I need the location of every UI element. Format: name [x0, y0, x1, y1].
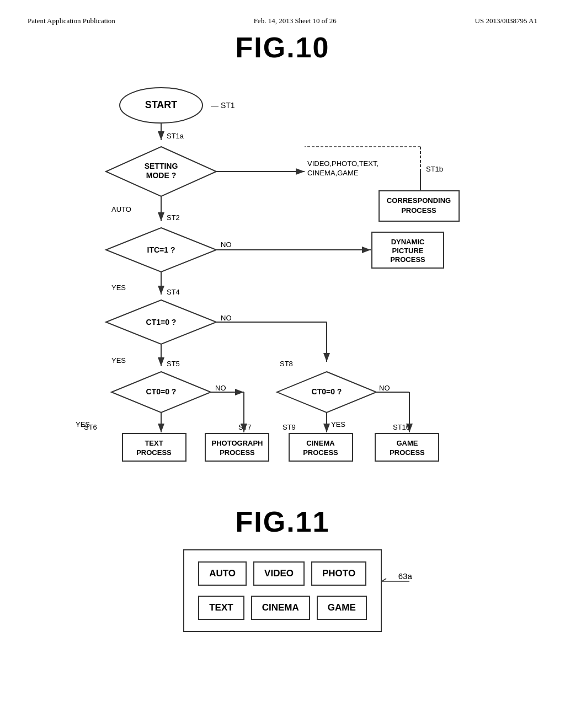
cinema-process-box	[289, 433, 353, 461]
svg-text:PROCESS: PROCESS	[136, 448, 172, 457]
st2-label: ST2	[167, 213, 180, 222]
yes-label2: YES	[111, 356, 126, 365]
header-left: Patent Application Publication	[28, 17, 115, 25]
fig11-title: FIG.11	[28, 505, 537, 538]
auto-label: AUTO	[111, 205, 131, 213]
svg-text:CINEMA: CINEMA	[306, 439, 335, 447]
st1a-label: ST1a	[167, 132, 184, 140]
svg-text:DYNAMIC: DYNAMIC	[391, 238, 425, 246]
st9-label: ST9	[282, 423, 296, 431]
fig11-text-btn[interactable]: TEXT	[198, 596, 244, 620]
flowchart-svg: START — ST1 ST1a SETTING MODE ? ST1b VID…	[34, 75, 531, 494]
yes-label4: YES	[331, 420, 345, 429]
st1b-label: ST1b	[426, 165, 443, 173]
fig11-auto-btn[interactable]: AUTO	[198, 561, 247, 586]
st6-label: ST6	[84, 423, 97, 431]
text-process-box	[122, 433, 186, 461]
st5-label: ST5	[167, 360, 180, 368]
svg-text:TEXT: TEXT	[145, 439, 163, 447]
no-label3: NO	[215, 384, 226, 392]
page-header: Patent Application Publication Feb. 14, …	[28, 17, 537, 25]
svg-text:PROCESS: PROCESS	[401, 206, 436, 215]
svg-text:MODE ?: MODE ?	[146, 171, 176, 180]
svg-text:ITC=1 ?: ITC=1 ?	[147, 245, 175, 254]
svg-text:PHOTOGRAPH: PHOTOGRAPH	[212, 439, 263, 447]
fig11-cinema-btn[interactable]: CINEMA	[251, 596, 310, 620]
fig11-row1: AUTO VIDEO PHOTO	[198, 561, 367, 586]
header-right: US 2013/0038795 A1	[475, 17, 537, 25]
svg-text:PICTURE: PICTURE	[392, 247, 423, 255]
st8-label: ST8	[280, 360, 293, 368]
st10-label: ST10	[393, 423, 410, 431]
svg-text:CT0=0 ?: CT0=0 ?	[312, 387, 342, 396]
start-node: START	[145, 99, 178, 110]
yes-label1: YES	[111, 283, 126, 292]
st4-label: ST4	[167, 288, 180, 296]
svg-text:GAME: GAME	[397, 439, 418, 447]
photograph-process-box	[205, 433, 269, 461]
no-label1: NO	[221, 240, 232, 249]
fig11-video-btn[interactable]: VIDEO	[253, 561, 305, 586]
fig11-photo-btn[interactable]: PHOTO	[311, 561, 366, 586]
svg-text:PROCESS: PROCESS	[303, 448, 338, 457]
fig11-wrapper: AUTO VIDEO PHOTO TEXT CINEMA GAME 63a	[183, 549, 382, 632]
fig11-box: AUTO VIDEO PHOTO TEXT CINEMA GAME	[183, 549, 382, 632]
page: Patent Application Publication Feb. 14, …	[0, 0, 565, 728]
fig11-ref-line	[382, 576, 412, 587]
st7-label: ST7	[238, 423, 252, 431]
fig11-game-btn[interactable]: GAME	[317, 596, 367, 620]
st1-label: — ST1	[211, 101, 235, 110]
svg-text:CORRESPONDING: CORRESPONDING	[387, 196, 451, 205]
game-process-box	[375, 433, 439, 461]
fig11-container: AUTO VIDEO PHOTO TEXT CINEMA GAME 63a	[28, 549, 537, 632]
fig11-row2: TEXT CINEMA GAME	[198, 596, 367, 620]
svg-text:PROCESS: PROCESS	[390, 255, 425, 264]
header-center: Feb. 14, 2013 Sheet 10 of 26	[254, 17, 337, 25]
svg-text:CINEMA,GAME: CINEMA,GAME	[307, 169, 359, 177]
no-label4: NO	[379, 384, 390, 392]
svg-text:PROCESS: PROCESS	[220, 448, 255, 457]
flowchart-fig10: START — ST1 ST1a SETTING MODE ? ST1b VID…	[34, 75, 531, 494]
svg-text:PROCESS: PROCESS	[390, 448, 425, 457]
svg-text:SETTING: SETTING	[145, 162, 178, 170]
no-label2: NO	[221, 314, 232, 322]
svg-text:VIDEO,PHOTO,TEXT,: VIDEO,PHOTO,TEXT,	[307, 159, 379, 168]
svg-text:CT1=0 ?: CT1=0 ?	[146, 318, 177, 326]
fig10-title: FIG.10	[28, 31, 537, 64]
svg-text:CT0=0 ?: CT0=0 ?	[146, 387, 177, 396]
